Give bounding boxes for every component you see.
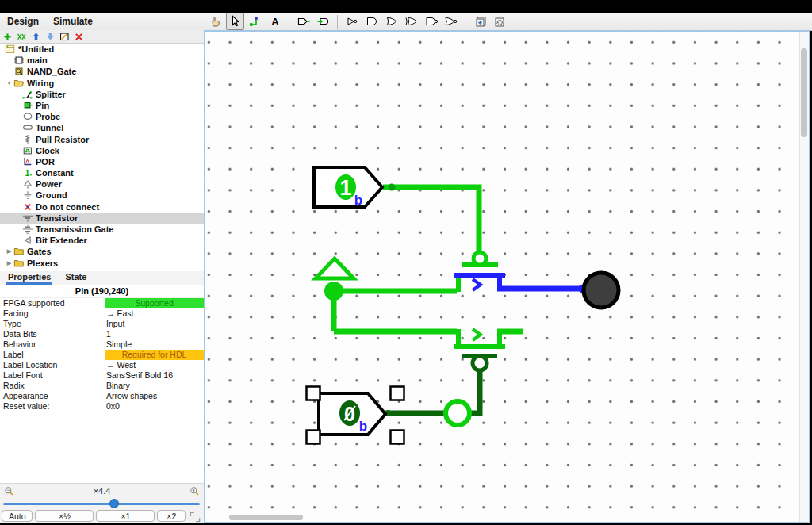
attribute-value[interactable]: 0x0 <box>105 401 204 412</box>
xor-icon <box>405 15 418 28</box>
board-reload-tool[interactable] <box>490 13 508 30</box>
attribute-value[interactable]: Arrow shapes <box>105 391 204 401</box>
sidebar-item-untitled[interactable]: *Untitled <box>0 44 204 55</box>
attribute-value[interactable]: Input <box>105 319 204 329</box>
sidebar-item-constant[interactable]: 1Constant <box>0 167 204 178</box>
sidebar-item-probe[interactable]: Probe <box>0 111 204 122</box>
vhdl-icon <box>17 32 27 42</box>
selection-handle[interactable] <box>391 387 404 400</box>
sidebar-item-splitter[interactable]: Splitter <box>0 89 204 100</box>
power-component[interactable] <box>316 259 354 278</box>
wire-junction-dot <box>389 184 396 191</box>
text-tool[interactable]: A <box>266 13 284 30</box>
sidebar-item-por[interactable]: POR <box>0 156 204 167</box>
output-pin[interactable] <box>584 273 619 308</box>
nor-gate-tool[interactable] <box>442 13 460 30</box>
and-icon <box>366 15 378 28</box>
sidebar-item-pin[interactable]: Pin <box>0 100 204 111</box>
or-gate-tool[interactable] <box>382 13 400 30</box>
transistor-gate-bubble[interactable] <box>473 252 486 265</box>
connection-indicator-ring <box>446 401 469 425</box>
sidebar-item-transistor[interactable]: Transistor <box>0 213 204 224</box>
attribute-value[interactable]: Supported <box>105 298 204 308</box>
tab-state[interactable]: State <box>63 270 88 285</box>
attribute-value[interactable]: ← West <box>105 360 204 370</box>
zoom-button-half[interactable]: ×½ <box>35 510 94 522</box>
attribute-value[interactable]: Binary <box>105 381 204 391</box>
zoom-slider-thumb[interactable] <box>109 499 119 508</box>
tree-item-label: Clock <box>36 145 59 156</box>
attribute-value[interactable]: SansSerif Bold 16 <box>105 370 204 381</box>
selection-handle[interactable] <box>307 431 320 444</box>
zoom-slider[interactable] <box>0 498 204 508</box>
transistor-gate-bubble[interactable] <box>473 356 487 370</box>
vertical-scrollbar-thumb[interactable] <box>801 48 807 137</box>
sidebar-item-clock[interactable]: Clock <box>0 145 204 156</box>
sidebar-item-pull-resistor[interactable]: Pull Resistor <box>0 134 204 145</box>
attribute-label: Appearance <box>0 391 105 401</box>
tree-item-label: Constant <box>36 167 74 178</box>
wire[interactable] <box>383 187 479 252</box>
attribute-row: Label FontSansSerif Bold 16 <box>0 370 204 381</box>
edit-appearance-button[interactable] <box>59 32 70 42</box>
not-gate-tool[interactable] <box>343 13 361 30</box>
sidebar-item-bit-extender[interactable]: Bit Extender <box>0 235 204 246</box>
tree-item-label: Probe <box>36 111 60 122</box>
zoom-in-icon[interactable] <box>190 486 200 496</box>
input-pin-tool[interactable] <box>294 13 312 30</box>
menu-design[interactable]: Design <box>7 16 39 27</box>
add-vhdl-button[interactable] <box>17 32 27 42</box>
sidebar-item-do-not-connect[interactable]: Do not connect <box>0 201 204 213</box>
sidebar-item-ground[interactable]: Ground <box>0 190 204 201</box>
circuit-drawing[interactable]: 1b0b <box>205 32 809 522</box>
menu-simulate[interactable]: Simulate <box>53 16 93 27</box>
expand-icon[interactable]: ▶ <box>5 246 13 257</box>
move-circuit-up-button[interactable] <box>31 32 41 42</box>
sidebar-item-tunnel[interactable]: Tunnel <box>0 122 204 133</box>
wiring-tool[interactable] <box>246 13 264 30</box>
sidebar-item-main[interactable]: main <box>0 55 204 66</box>
attribute-row: BehaviorSimple <box>0 339 204 350</box>
zoom-button-auto[interactable]: Auto <box>2 510 33 522</box>
pin-icon <box>22 100 33 111</box>
zoom-slider-track[interactable] <box>3 503 200 505</box>
sidebar-item-transmission-gate[interactable]: Transmission Gate <box>0 224 204 235</box>
move-circuit-down-button[interactable] <box>45 32 56 42</box>
attribute-label: Label <box>0 350 105 360</box>
selection-handle[interactable] <box>307 387 320 400</box>
poke-tool[interactable] <box>206 13 224 30</box>
expand-icon[interactable]: ▶ <box>5 258 13 269</box>
vertical-scrollbar[interactable] <box>799 32 809 522</box>
attribute-label: Facing <box>0 308 105 319</box>
export-board-tool[interactable] <box>470 13 488 30</box>
collapse-icon[interactable]: ▼ <box>5 78 13 89</box>
output-pin-tool[interactable] <box>314 13 332 30</box>
zoom-button-one[interactable]: ×1 <box>96 510 155 522</box>
horizontal-scrollbar-thumb[interactable] <box>229 515 303 520</box>
and-gate-tool[interactable] <box>362 13 381 30</box>
attribute-value[interactable]: → East <box>105 308 204 319</box>
xor-gate-tool[interactable] <box>402 13 420 30</box>
tree-item-label: Bit Extender <box>36 235 87 246</box>
sidebar-item-wiring[interactable]: ▼Wiring <box>0 78 204 89</box>
zoom-button-two[interactable]: ×2 <box>157 510 186 522</box>
transistor-icon <box>22 213 33 224</box>
tab-properties[interactable]: Properties <box>6 270 52 285</box>
nand-gate-tool[interactable] <box>422 13 440 30</box>
sidebar-item-plexers[interactable]: ▶Plexers <box>0 258 204 269</box>
circuit-canvas[interactable]: 1b0b <box>204 30 810 523</box>
pin-input-icon <box>297 15 310 28</box>
sidebar-item-gates[interactable]: ▶Gates <box>0 246 204 257</box>
selection-handle[interactable] <box>391 431 404 444</box>
add-circuit-button[interactable] <box>2 32 13 42</box>
probe-icon <box>22 111 33 122</box>
select-tool[interactable] <box>226 13 244 30</box>
delete-circuit-button[interactable] <box>74 32 84 42</box>
attribute-value[interactable]: Simple <box>105 339 204 350</box>
sidebar-item-nand-gate[interactable]: NAND_Gate <box>0 66 204 77</box>
sidebar-item-power[interactable]: Power <box>0 178 204 190</box>
wire-icon <box>249 15 262 28</box>
zoom-out-icon[interactable] <box>4 486 14 496</box>
attribute-value[interactable]: Required for HDL <box>105 350 204 360</box>
attribute-value[interactable]: 1 <box>105 329 204 339</box>
